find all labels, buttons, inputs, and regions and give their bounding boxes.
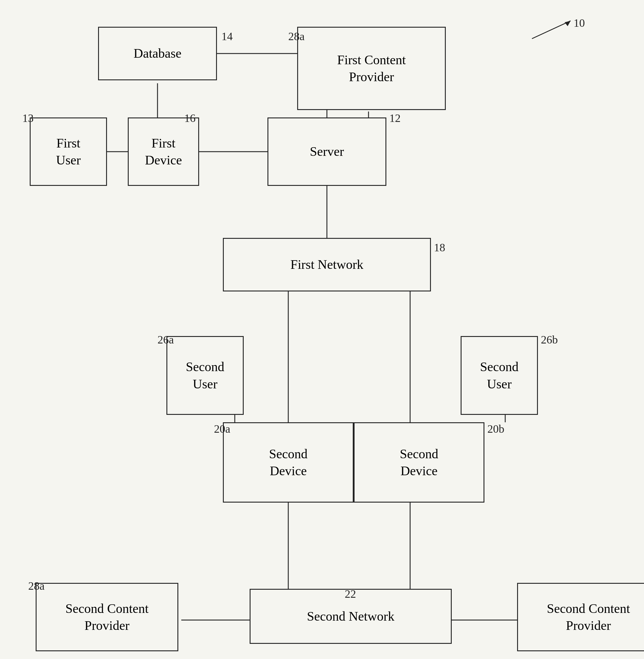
second-content-provider-right-box: Second ContentProvider [517,583,644,651]
first-content-provider-box: First ContentProvider [297,27,446,110]
first-network-box: First Network [223,238,431,291]
second-user-a-box: SecondUser [166,336,244,415]
second-device-a-box: SecondDevice [223,422,354,503]
second-user-a-ref: 26a [158,333,174,346]
server-box: Server [268,117,386,186]
second-device-b-ref: 20b [487,422,504,435]
database-box: Database [98,27,217,80]
second-network-ref: 22 [345,587,356,600]
second-device-a-ref: 20a [214,422,230,435]
first-network-ref: 18 [434,241,445,254]
second-content-provider-left-box: Second ContentProvider [36,583,178,651]
first-content-provider-ref: 28a [288,30,305,43]
first-user-box: FirstUser [30,117,107,186]
second-user-b-ref: 26b [541,333,558,346]
first-user-ref: 13 [22,111,33,125]
first-device-box: FirstDevice [128,117,199,186]
arrow-10 [529,18,577,42]
second-content-provider-left-ref: 28a [28,579,45,592]
second-user-b-box: SecondUser [461,336,538,415]
first-device-ref: 16 [184,111,196,125]
second-device-b-box: SecondDevice [354,422,484,503]
server-ref: 12 [389,111,400,125]
diagram: 10 Database 14 First ContentProvider 28a… [0,0,644,659]
svg-line-15 [532,21,571,39]
database-ref: 14 [222,30,233,43]
